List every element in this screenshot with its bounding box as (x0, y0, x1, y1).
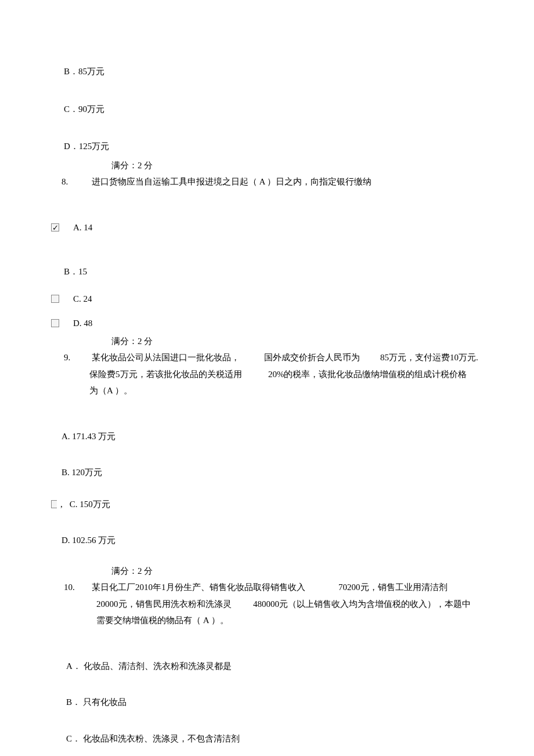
q10-question: 10. 某日化工厂2010年1月份生产、销售化妆品取得销售收入 70200元，销… (51, 581, 493, 627)
q9-option-a: A. 171.43 万元 (51, 430, 493, 443)
q9-seg1: 某化妆品公司从法国进口一批化妆品， (92, 351, 240, 364)
q8-text: 进口货物应当自运输工具申报进境之日起（ A ）日之内，向指定银行缴纳 (92, 177, 372, 186)
q7-score: 满分：2 分 (51, 159, 493, 172)
q8-option-c: C. 24 (73, 292, 92, 306)
q8-option-b: B．15 (51, 265, 493, 278)
checkbox-icon[interactable] (51, 319, 59, 327)
q7-option-c: C．90万元 (51, 103, 493, 116)
q8-number: 8. (62, 175, 89, 189)
q10-seg1: 某日化工厂2010年1月份生产、销售化妆品取得销售收入 (92, 581, 305, 594)
q10-option-b: B． 只有化妆品 (51, 696, 493, 709)
q10-option-c: C． 化妆品和洗衣粉、洗涤灵，不包含清洁剂 (51, 732, 493, 746)
checkbox-icon[interactable] (51, 295, 59, 303)
q8-score: 满分：2 分 (51, 335, 493, 348)
q9-option-c-row: , C. 150万元 (51, 498, 493, 511)
q8-option-a-row: A. 14 (51, 221, 493, 234)
q10-seg2: 70200元，销售工业用清洁剂 (338, 581, 448, 594)
q9-line2b: 20%的税率，该批化妆品缴纳增值税的组成计税价格 (268, 368, 467, 381)
q8-option-c-row: C. 24 (51, 292, 493, 306)
q9-seg3: 85万元，支付运费10万元. (380, 351, 478, 364)
q7-option-b: B．85万元 (51, 65, 493, 78)
q10-line2a: 20000元，销售民用洗衣粉和洗涤灵 (96, 598, 232, 611)
q9-seg2: 国外成交价折合人民币为 (264, 351, 360, 364)
q8-option-d-row: D. 48 (51, 317, 493, 330)
checkbox-icon[interactable] (51, 223, 59, 231)
q9-option-d: D. 102.56 万元 (51, 534, 493, 547)
q10-line3: 需要交纳增值税的物品有（ A ）。 (64, 614, 493, 627)
checkbox-partial-icon[interactable] (51, 500, 57, 508)
q8-option-a: A. 14 (73, 221, 92, 234)
q9-question: 9. 某化妆品公司从法国进口一批化妆品， 国外成交价折合人民币为 85万元，支付… (51, 351, 493, 397)
q9-option-c: C. 150万元 (70, 498, 110, 511)
q10-line2b: 480000元（以上销售收入均为含增值税的收入），本题中 (253, 598, 471, 611)
q9-optc-prefix: , (60, 498, 63, 511)
q9-option-b: B. 120万元 (51, 466, 493, 479)
q9-line2a: 保险费5万元，若该批化妆品的关税适用 (89, 368, 242, 381)
page-content: B．85万元 C．90万元 D．125万元 满分：2 分 8. 进口货物应当自运… (0, 0, 534, 756)
q10-number: 10. (64, 581, 92, 594)
q7-option-d: D．125万元 (51, 140, 493, 153)
q9-number: 9. (64, 351, 92, 364)
q9-line3: 为（A ）。 (64, 384, 493, 397)
q8-question: 8. 进口货物应当自运输工具申报进境之日起（ A ）日之内，向指定银行缴纳 (51, 175, 493, 189)
q8-option-d: D. 48 (73, 317, 92, 330)
q10-option-a: A． 化妆品、清洁剂、洗衣粉和洗涤灵都是 (51, 660, 493, 673)
q9-score: 满分：2 分 (51, 565, 493, 578)
